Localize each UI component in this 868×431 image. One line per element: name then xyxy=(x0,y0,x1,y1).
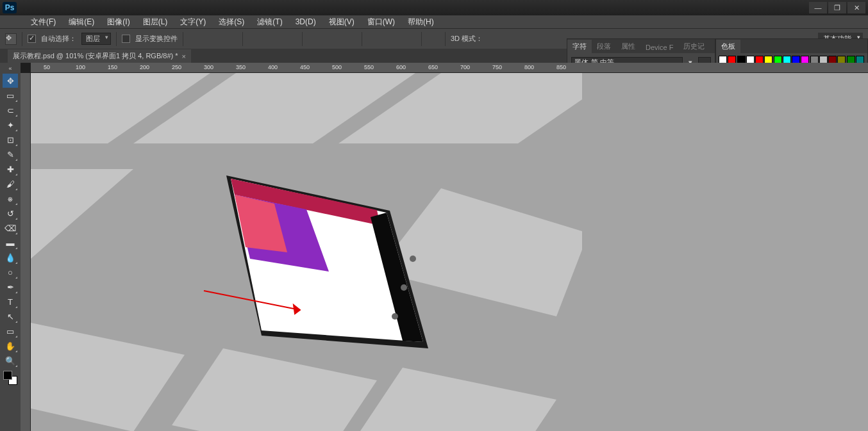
dodge-tool[interactable]: ○ xyxy=(3,265,18,279)
distribute-btn-1[interactable] xyxy=(308,33,321,45)
title-bar: Ps — ❐ ✕ xyxy=(0,0,868,15)
ruler-tick: 400 xyxy=(268,64,278,70)
ruler-tick: 500 xyxy=(332,64,342,70)
align-btn-6[interactable] xyxy=(284,33,297,45)
auto-select-label: 自动选择： xyxy=(41,34,76,44)
ruler-tick: 450 xyxy=(300,64,310,70)
svg-marker-5 xyxy=(31,323,185,431)
menu-item[interactable]: 滤镜(T) xyxy=(252,15,287,29)
svg-point-15 xyxy=(401,284,407,291)
auto-select-checkbox[interactable] xyxy=(28,35,36,43)
blur-tool[interactable]: 💧 xyxy=(3,250,18,264)
distribute-btn-4[interactable] xyxy=(367,33,380,45)
menu-item[interactable]: 帮助(H) xyxy=(403,15,439,29)
3d-btn-1[interactable] xyxy=(488,33,501,45)
magic-wand-tool[interactable]: ✦ xyxy=(3,118,18,132)
3d-btn-4[interactable] xyxy=(542,33,555,45)
auto-select-target-dropdown[interactable]: 图层 xyxy=(81,33,111,45)
pen-tool[interactable]: ✒ xyxy=(3,280,18,294)
ruler-tick: 550 xyxy=(364,64,374,70)
crop-tool[interactable]: ⊡ xyxy=(3,133,18,147)
ruler-tick: 300 xyxy=(204,64,213,70)
ruler-tick: 150 xyxy=(108,64,117,70)
ruler-horizontal[interactable]: 5010015020025030035040045050055060065070… xyxy=(31,63,868,73)
svg-marker-7 xyxy=(351,368,556,431)
3d-mode-label: 3D 模式： xyxy=(451,34,483,44)
zoom-tool[interactable]: 🔍 xyxy=(3,354,18,368)
svg-point-16 xyxy=(410,256,416,262)
3d-btn-3[interactable] xyxy=(524,33,537,45)
distribute-btn-6[interactable] xyxy=(403,33,416,45)
menu-item[interactable]: 选择(S) xyxy=(213,15,249,29)
align-btn-5[interactable] xyxy=(266,33,279,45)
ruler-tick: 750 xyxy=(492,64,502,70)
swatches-tab[interactable]: 色板 xyxy=(716,40,740,53)
svg-point-14 xyxy=(392,313,398,320)
panel-tab[interactable]: 历史记 xyxy=(678,40,710,53)
ruler-tick: 350 xyxy=(236,64,246,70)
3d-btn-2[interactable] xyxy=(506,33,519,45)
minimize-button[interactable]: — xyxy=(809,2,827,13)
main-area: « ✥ ▭ ⊂ ✦ ⊡ ✎ ✚ 🖌 ⎈ ↺ ⌫ ▬ 💧 ○ ✒ T ↖ ▭ ✋ … xyxy=(0,63,868,431)
show-transform-label: 显示变换控件 xyxy=(135,34,178,44)
document-tab[interactable]: 展示教程.psd @ 101% (安卓界面1 拷贝 4, RGB/8#) * × xyxy=(8,49,191,63)
shape-tool[interactable]: ▭ xyxy=(3,324,18,338)
menu-item[interactable]: 视图(V) xyxy=(324,15,360,29)
menu-item[interactable]: 文件(F) xyxy=(26,15,61,29)
healing-tool[interactable]: ✚ xyxy=(3,162,18,176)
menu-bar: 文件(F)编辑(E)图像(I)图层(L)文字(Y)选择(S)滤镜(T)3D(D)… xyxy=(0,15,868,28)
move-tool[interactable]: ✥ xyxy=(3,74,18,88)
panel-tab[interactable]: Device F xyxy=(640,42,678,53)
marquee-tool[interactable]: ▭ xyxy=(3,88,18,102)
align-btn-1[interactable] xyxy=(188,33,201,45)
ruler-tick: 800 xyxy=(524,64,534,70)
align-btn-2[interactable] xyxy=(206,33,219,45)
gradient-tool[interactable]: ▬ xyxy=(3,236,18,250)
canvas[interactable] xyxy=(31,73,868,431)
eraser-tool[interactable]: ⌫ xyxy=(3,221,18,235)
close-tab-icon[interactable]: × xyxy=(182,53,186,60)
ruler-tick: 700 xyxy=(460,64,470,70)
canvas-content xyxy=(31,73,582,431)
align-btn-3[interactable] xyxy=(224,33,237,45)
panel-tab[interactable]: 段落 xyxy=(592,40,616,53)
fg-bg-colors[interactable] xyxy=(3,371,17,385)
menu-item[interactable]: 图层(L) xyxy=(138,15,173,29)
menu-item[interactable]: 窗口(W) xyxy=(362,15,400,29)
lasso-tool[interactable]: ⊂ xyxy=(3,103,18,117)
ruler-tick: 50 xyxy=(44,64,50,70)
distribute-btn-2[interactable] xyxy=(326,33,338,45)
panel-tab[interactable]: 属性 xyxy=(616,40,640,53)
document-tab-label: 展示教程.psd @ 101% (安卓界面1 拷贝 4, RGB/8#) * xyxy=(13,51,178,61)
show-transform-checkbox[interactable] xyxy=(122,35,130,43)
eyedropper-tool[interactable]: ✎ xyxy=(3,147,18,161)
stamp-tool[interactable]: ⎈ xyxy=(3,191,18,206)
type-tool[interactable]: T xyxy=(3,295,18,309)
menu-item[interactable]: 文字(Y) xyxy=(175,15,211,29)
canvas-area: 5010015020025030035040045050055060065070… xyxy=(21,63,868,431)
close-button[interactable]: ✕ xyxy=(847,2,865,13)
distribute-spacing-btn[interactable] xyxy=(427,33,440,45)
ruler-tick: 200 xyxy=(140,64,149,70)
panel-tab[interactable]: 字符 xyxy=(567,40,592,53)
distribute-btn-3[interactable] xyxy=(344,33,356,45)
distribute-btn-5[interactable] xyxy=(385,33,398,45)
svg-marker-3 xyxy=(31,169,133,259)
hand-tool[interactable]: ✋ xyxy=(3,339,18,353)
ruler-tick: 100 xyxy=(76,64,85,70)
toolbox: « ✥ ▭ ⊂ ✦ ⊡ ✎ ✚ 🖌 ⎈ ↺ ⌫ ▬ 💧 ○ ✒ T ↖ ▭ ✋ … xyxy=(0,63,21,431)
path-tool[interactable]: ↖ xyxy=(3,309,18,323)
maximize-button[interactable]: ❐ xyxy=(828,2,846,13)
history-brush-tool[interactable]: ↺ xyxy=(3,206,18,220)
ruler-tick: 250 xyxy=(172,64,181,70)
align-btn-4[interactable] xyxy=(248,33,261,45)
menu-item[interactable]: 3D(D) xyxy=(290,16,321,28)
brush-tool[interactable]: 🖌 xyxy=(3,177,18,191)
menu-item[interactable]: 图像(I) xyxy=(102,15,135,29)
ruler-tick: 850 xyxy=(556,64,566,70)
ruler-tick: 650 xyxy=(428,64,438,70)
menu-item[interactable]: 编辑(E) xyxy=(63,15,99,29)
move-tool-icon: ✥ xyxy=(5,33,17,45)
toolbox-grip[interactable]: « xyxy=(8,65,12,72)
ruler-vertical[interactable] xyxy=(21,73,31,431)
